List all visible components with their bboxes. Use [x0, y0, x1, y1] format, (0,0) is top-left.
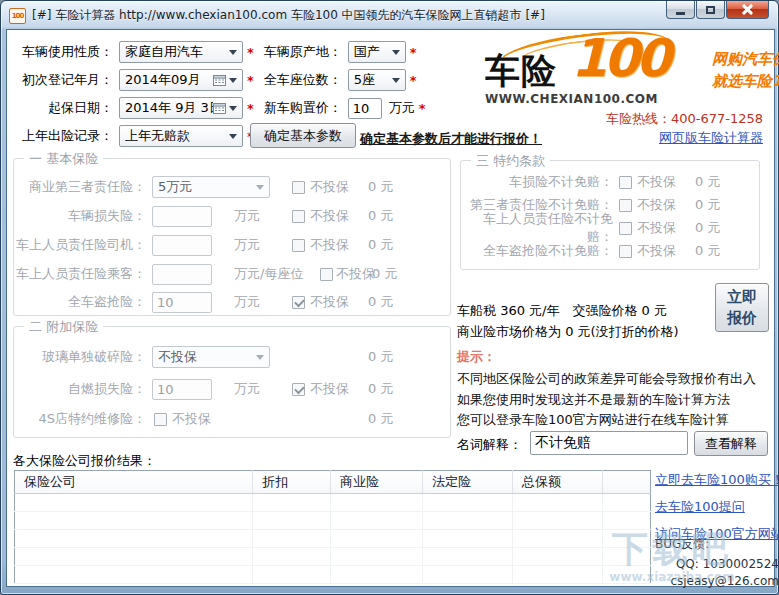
amount: 0 元 [368, 236, 393, 254]
amount: 0 元 [695, 196, 720, 214]
close-icon [742, 4, 753, 15]
hotline-number: 400-677-1258 [671, 111, 763, 126]
passenger-liability-optout[interactable]: 不投保 [320, 265, 375, 283]
chevron-down-icon [229, 78, 237, 83]
usage-label: 车辆使用性质： [15, 43, 113, 61]
maximize-icon [706, 6, 715, 14]
amount: 0 元 [372, 265, 397, 283]
row-third-party: 商业第三者责任险： 5万元 不投保 0 元 [14, 175, 450, 199]
maximize-button[interactable] [696, 1, 725, 19]
optout-checkbox[interactable] [619, 176, 632, 189]
minimize-button[interactable] [666, 1, 695, 19]
window-controls [665, 1, 769, 19]
theft-input[interactable] [152, 292, 212, 313]
col-total[interactable]: 总保额 [513, 471, 603, 494]
row-4s-repair: 4S店特约维修险： 不投保 0 元 [14, 407, 450, 431]
damage-deductible-optout[interactable]: 不投保 [619, 173, 676, 191]
col-commercial[interactable]: 商业险 [331, 471, 423, 494]
tax-line: 车船税 360 元/年 交强险价格 0 元 [457, 302, 667, 320]
special-clauses-group: 三 特约条款 车损险不计免赔： 不投保 0 元 第三者责任险不计免赔： 不投保 … [460, 160, 760, 270]
glossary-input[interactable] [530, 431, 688, 455]
optout-checkbox[interactable] [619, 199, 632, 212]
new-price-input[interactable] [348, 98, 382, 119]
basic-insurance-group: 一 基本保险 商业第三者责任险： 5万元 不投保 0 元 车辆损失险： 万元 不… [13, 158, 451, 316]
amount: 0 元 [368, 410, 393, 428]
quote-results-table: 保险公司 折扣 商业险 法定险 总保额 [14, 470, 651, 584]
optout-checkbox-checked[interactable] [292, 296, 305, 309]
optout-checkbox[interactable] [154, 413, 167, 426]
optout-checkbox[interactable] [292, 181, 305, 194]
col-insurance-company[interactable]: 保险公司 [15, 471, 253, 494]
combustion-input[interactable] [152, 379, 212, 400]
usage-select[interactable]: 家庭自用汽车 [119, 41, 243, 63]
optout-checkbox[interactable] [292, 210, 305, 223]
vehicle-damage-input[interactable] [152, 206, 212, 227]
ask-question-link[interactable]: 去车险100提问 [655, 498, 779, 516]
passenger-liability-input[interactable] [152, 264, 212, 285]
row-driver-liability: 车上人员责任险司机： 万元 不投保 0 元 [14, 233, 450, 257]
row-theft: 全车盗抢险： 万元 不投保 0 元 [14, 290, 450, 314]
last-record-select[interactable]: 上年无赔款 [119, 125, 243, 147]
driver-liability-optout[interactable]: 不投保 [292, 236, 349, 254]
col-empty [603, 471, 651, 494]
start-date-label: 起保日期： [15, 99, 113, 117]
third-party-select[interactable]: 5万元 [152, 176, 270, 198]
title-bar[interactable]: 100 [#] 车险计算器 http://www.chexian100.com … [2, 2, 777, 29]
logo-number: 100 [571, 28, 668, 88]
row-passenger-liability: 车上人员责任险乘客： 万元/每座位 不投保 0 元 [14, 262, 450, 286]
seats-select[interactable]: 5座 [348, 69, 406, 91]
third-party-optout[interactable]: 不投保 [292, 178, 349, 196]
optout-checkbox[interactable] [619, 222, 632, 235]
theft-optout[interactable]: 不投保 [292, 293, 349, 311]
confirm-note: 确定基本参数后才能进行报价！ [360, 130, 542, 148]
row-passenger-deductible: 车上人员责任险不计免赔： 不投保 0 元 [461, 218, 759, 238]
col-statutory[interactable]: 法定险 [423, 471, 513, 494]
combustion-optout[interactable]: 不投保 [292, 380, 349, 398]
table-row [15, 566, 651, 584]
amount: 0 元 [695, 173, 720, 191]
table-header-row: 保险公司 折扣 商业险 法定险 总保额 [15, 471, 651, 494]
driver-liability-input[interactable] [152, 235, 212, 256]
form-row-usage-origin: 车辆使用性质： 家庭自用汽车 * 车辆原产地： 国产 * [15, 41, 421, 63]
row-vehicle-damage: 车辆损失险： 万元 不投保 0 元 [14, 204, 450, 228]
thirdparty-deductible-optout[interactable]: 不投保 [619, 196, 676, 214]
form-row-date-price: 起保日期： 2014年 9月 3日 * 新车购置价： 万元 * [15, 97, 430, 119]
amount: 0 元 [368, 178, 393, 196]
bug-feedback: BUG反馈: QQ: 1030002524 csjeasy@126.com [655, 536, 779, 588]
app-icon[interactable]: 100 [9, 8, 26, 24]
col-discount[interactable]: 折扣 [253, 471, 331, 494]
window-title: [#] 车险计算器 http://www.chexian100.com 车险10… [32, 7, 545, 24]
logo-text: 车险 [485, 48, 557, 95]
buy-now-link[interactable]: 立即去车险100购买！ [655, 471, 779, 489]
seats-label: 全车座位数： [258, 71, 342, 89]
origin-label: 车辆原产地： [258, 43, 342, 61]
table-row [15, 494, 651, 512]
close-button[interactable] [726, 1, 769, 19]
theft-deductible-optout[interactable]: 不投保 [619, 242, 676, 260]
required-mark: * [419, 101, 426, 116]
required-mark: * [247, 101, 254, 116]
web-version-link[interactable]: 网页版车险计算器 [659, 129, 763, 147]
special-group-title: 三 特约条款 [471, 152, 550, 170]
passenger-deductible-optout[interactable]: 不投保 [619, 219, 676, 237]
glass-select[interactable]: 不投保 [152, 346, 270, 368]
confirm-params-button[interactable]: 确定基本参数 [250, 123, 356, 148]
feedback-label: BUG反馈: [655, 536, 779, 553]
optout-checkbox[interactable] [619, 245, 632, 258]
optout-checkbox-checked[interactable] [292, 383, 305, 396]
quote-now-button[interactable]: 立即报价 [715, 283, 769, 332]
new-price-label: 新车购置价： [258, 99, 342, 117]
start-date-datepicker[interactable]: 2014年 9月 3日 [119, 97, 243, 119]
view-explanation-button[interactable]: 查看解释 [694, 431, 768, 456]
form-row-record: 上年出险记录： 上年无赔款 * [15, 125, 258, 147]
tip-line-3: 您可以登录车险100官方网站进行在线车险计算 [457, 411, 729, 429]
optout-checkbox[interactable] [320, 268, 333, 281]
table-row [15, 512, 651, 530]
first-reg-datepicker[interactable]: 2014年09月 [119, 69, 243, 91]
origin-select[interactable]: 国产 [348, 41, 406, 63]
optout-checkbox[interactable] [292, 239, 305, 252]
4s-repair-optout[interactable]: 不投保 [154, 410, 211, 428]
tip-line-2: 如果您使用时发现这并不是最新的车险计算方法 [457, 391, 730, 409]
vehicle-damage-optout[interactable]: 不投保 [292, 207, 349, 225]
app-icon-number: 100 [12, 12, 24, 20]
